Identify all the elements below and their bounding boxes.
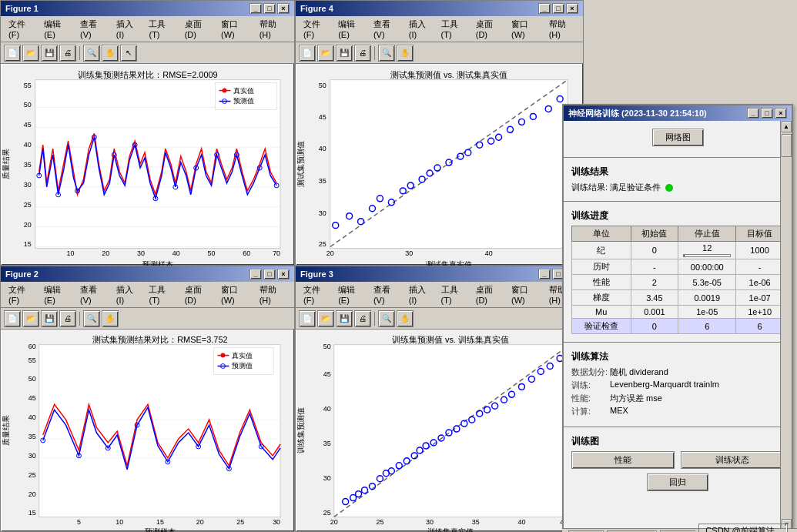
figure1-menu-file[interactable]: 文件(F) — [4, 18, 39, 40]
figure2-menu-tools[interactable]: 工具(T) — [144, 283, 179, 306]
figure1-minimize[interactable]: _ — [249, 3, 262, 14]
figure4-menu-tools[interactable]: 工具(T) — [437, 18, 471, 40]
fig1-tb-cursor[interactable]: ↖ — [120, 45, 137, 62]
fig3-tb-open[interactable]: 📂 — [317, 310, 334, 327]
figure3-minimize[interactable]: _ — [538, 269, 551, 279]
fig4-tb-print[interactable]: 🖨 — [354, 45, 371, 62]
fig4-tb-save[interactable]: 💾 — [336, 45, 353, 62]
figure2-menu-help[interactable]: 帮助(H) — [255, 283, 291, 306]
figure2-close[interactable]: × — [277, 269, 290, 279]
figure4-menu-help[interactable]: 帮助(H) — [544, 18, 580, 40]
figure2-maximize[interactable]: □ — [263, 269, 276, 279]
figure2-menu-edit[interactable]: 编辑(E) — [39, 283, 75, 306]
figure3-menu-tools[interactable]: 工具(T) — [437, 283, 471, 306]
figure4-menu-edit[interactable]: 编辑(E) — [333, 18, 369, 40]
figure4-maximize[interactable]: □ — [552, 3, 564, 14]
figure2-minimize[interactable]: _ — [249, 269, 262, 279]
figure4-menu-insert[interactable]: 插入(I) — [404, 18, 437, 40]
nn-title: 神经网络训练 (2023-11-30 21:54:10) — [568, 108, 707, 119]
fig1-tb-new[interactable]: 📄 — [4, 45, 21, 62]
fig4-tb-new[interactable]: 📄 — [299, 45, 316, 62]
nn-trainstate-btn[interactable]: 训练状态 — [681, 451, 784, 469]
fig3-tb-save[interactable]: 💾 — [336, 310, 353, 327]
figure4-minimize[interactable]: _ — [538, 3, 551, 14]
figure1-close[interactable]: × — [277, 3, 290, 14]
fig1-tb-save[interactable]: 💾 — [41, 45, 58, 62]
figure2-menu-desktop[interactable]: 桌面(D) — [180, 283, 216, 306]
figure4-toolbar: 📄 📂 💾 🖨 🔍 ✋ — [296, 42, 583, 64]
nn-success-indicator — [665, 184, 673, 192]
figure4-close[interactable]: × — [566, 3, 578, 14]
figure1-menu-insert[interactable]: 插入(I) — [112, 18, 145, 40]
nn-scrollbar[interactable]: ▲ ▼ — [780, 121, 792, 530]
fig1-tb-open[interactable]: 📂 — [22, 45, 39, 62]
figure1-menu-desktop[interactable]: 桌面(D) — [180, 18, 216, 40]
fig2-tb-zoom[interactable]: 🔍 — [83, 310, 100, 327]
figure4-menu-file[interactable]: 文件(F) — [299, 18, 333, 40]
figure1-maximize[interactable]: □ — [263, 3, 276, 14]
fig3-tb-zoom[interactable]: 🔍 — [378, 310, 395, 327]
figure1-menu-view[interactable]: 查看(V) — [75, 18, 112, 40]
fig1-tb-zoom[interactable]: 🔍 — [83, 45, 100, 62]
figure4-menu-window[interactable]: 窗口(W) — [507, 18, 544, 40]
nn-regression-btn[interactable]: 回归 — [647, 473, 708, 491]
fig4-tb-pan[interactable]: ✋ — [397, 45, 414, 62]
svg-text:30: 30 — [273, 518, 280, 526]
nn-algo-value: 随机 dividerand — [610, 366, 784, 378]
figure2-menu-view[interactable]: 查看(V) — [75, 283, 112, 306]
figure1-menu-window[interactable]: 窗口(W) — [216, 18, 255, 40]
figure2-menu-window[interactable]: 窗口(W) — [216, 283, 255, 306]
svg-text:30: 30 — [28, 452, 36, 460]
nn-algorithm-title: 训练算法 — [571, 350, 784, 363]
fig4-tb-sep1 — [374, 46, 375, 60]
figure4-menu-view[interactable]: 查看(V) — [369, 18, 404, 40]
nn-maximize[interactable]: □ — [761, 108, 773, 119]
figure2-menu-insert[interactable]: 插入(I) — [112, 283, 145, 306]
figure3-menu-edit[interactable]: 编辑(E) — [333, 283, 369, 306]
figure1-menu-help[interactable]: 帮助(H) — [255, 18, 291, 40]
svg-text:30: 30 — [323, 474, 331, 482]
figure3-menu-desktop[interactable]: 桌面(D) — [471, 283, 507, 306]
svg-text:30: 30 — [426, 518, 434, 526]
nn-table-cell: 1e-05 — [678, 306, 736, 319]
nn-progress-table: 单位 初始值 停止值 目标值 纪0121000历时-00:00:00-性能25.… — [571, 226, 784, 334]
nn-network-btn[interactable]: 网络图 — [652, 129, 704, 146]
nn-algo-row: 训练:Levenberg-Marquardt trainlm — [571, 380, 784, 391]
svg-text:50: 50 — [28, 375, 36, 383]
fig3-tb-print[interactable]: 🖨 — [354, 310, 371, 327]
figure3-menu-file[interactable]: 文件(F) — [299, 283, 333, 306]
fig3-tb-pan[interactable]: ✋ — [397, 310, 414, 327]
figure4-menu-desktop[interactable]: 桌面(D) — [471, 18, 507, 40]
fig4-tb-open[interactable]: 📂 — [317, 45, 334, 62]
fig3-tb-new[interactable]: 📄 — [299, 310, 316, 327]
svg-text:10: 10 — [116, 518, 123, 526]
figure3-menu-window[interactable]: 窗口(W) — [507, 283, 544, 306]
figure3-menu-view[interactable]: 查看(V) — [369, 283, 404, 306]
svg-text:40: 40 — [319, 145, 327, 152]
fig1-tb-print[interactable]: 🖨 — [59, 45, 76, 62]
fig2-tb-pan[interactable]: ✋ — [102, 310, 119, 327]
svg-text:35: 35 — [319, 177, 327, 185]
figure3-menu-insert[interactable]: 插入(I) — [404, 283, 437, 306]
fig2-tb-print[interactable]: 🖨 — [59, 310, 76, 327]
figure3-title: Figure 3 — [300, 269, 333, 279]
figure1-menu-edit[interactable]: 编辑(E) — [39, 18, 75, 40]
figure2-menu-file[interactable]: 文件(F) — [4, 283, 39, 306]
nn-div4 — [564, 427, 792, 427]
nn-algo-label: 数据划分: — [571, 366, 610, 378]
nn-minimize[interactable]: _ — [747, 108, 759, 119]
fig2-tb-open[interactable]: 📂 — [22, 310, 39, 327]
fig4-tb-zoom[interactable]: 🔍 — [378, 45, 395, 62]
fig2-tb-new[interactable]: 📄 — [4, 310, 21, 327]
figure3-svg: 训练集预测值 vs. 训练集真实值 训练集预测值 训练集真实值 25 30 35… — [296, 330, 583, 532]
svg-text:55: 55 — [28, 356, 36, 364]
svg-text:质量结果: 质量结果 — [2, 415, 10, 446]
nn-close[interactable]: × — [775, 108, 787, 119]
nn-plots-title: 训练图 — [571, 435, 784, 448]
nn-scroll-thumb[interactable] — [782, 134, 792, 157]
figure1-menu-tools[interactable]: 工具(T) — [144, 18, 179, 40]
nn-scroll-up[interactable]: ▲ — [782, 121, 792, 132]
fig2-tb-save[interactable]: 💾 — [41, 310, 58, 327]
nn-perf-btn[interactable]: 性能 — [571, 451, 675, 469]
fig1-tb-pan[interactable]: ✋ — [102, 45, 119, 62]
